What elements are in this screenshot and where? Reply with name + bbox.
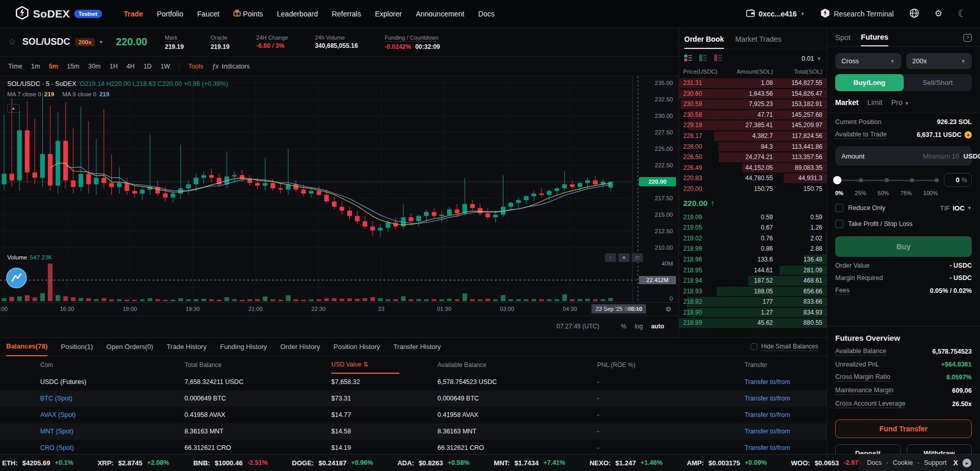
nav-item-trade[interactable]: Trade xyxy=(124,10,143,18)
tp-sl-checkbox[interactable] xyxy=(835,220,843,228)
transfer-link[interactable]: Transfer to/from xyxy=(745,444,826,451)
research-terminal-link[interactable]: Research Terminal xyxy=(820,8,893,20)
coin-name[interactable]: AVAX (Spot) xyxy=(40,411,184,418)
order-type-pro[interactable]: Pro ▼ xyxy=(891,98,909,107)
pane-move-up-icon[interactable]: ↑ xyxy=(605,253,616,262)
timeframe-4h[interactable]: 4H xyxy=(126,63,134,70)
bid-row[interactable]: 218.990.862.88 xyxy=(679,243,826,254)
tab-futures[interactable]: Futures xyxy=(861,33,888,46)
tab-transfer-history[interactable]: Transfer History xyxy=(394,338,441,356)
bid-row[interactable]: 218.94187.52468.61 xyxy=(679,275,826,286)
sell-short-button[interactable]: Sell/Short xyxy=(904,74,972,91)
tab-balances-78-[interactable]: Balances(78) xyxy=(6,338,47,356)
slider-knob[interactable] xyxy=(833,176,841,184)
timeframe-1h[interactable]: 1H xyxy=(109,63,117,70)
timeframe-time[interactable]: Time xyxy=(8,63,22,70)
wallet-address-button[interactable]: 0xcc...e416 ▼ xyxy=(746,9,805,19)
theme-moon-icon[interactable]: ☾ xyxy=(958,8,967,20)
timeframe-30m[interactable]: 30m xyxy=(88,63,100,70)
settings-gear-icon[interactable]: ⚙ xyxy=(935,9,942,18)
percent-value-box[interactable]: 0 % xyxy=(944,173,972,187)
tab-open-orders-0-[interactable]: Open Orders(0) xyxy=(106,338,153,356)
buy-long-button[interactable]: Buy/Long xyxy=(835,74,904,91)
footer-link-cookie[interactable]: Cookie xyxy=(893,459,913,466)
candlestick-chart[interactable]: 235.00232.50230.00227.50225.00222.50220.… xyxy=(0,76,679,337)
percent-scale-button[interactable]: % xyxy=(621,323,627,330)
tab-spot[interactable]: Spot xyxy=(835,33,851,46)
transfer-link[interactable]: Transfer to/from xyxy=(745,395,826,402)
nav-item-docs[interactable]: Docs xyxy=(478,10,495,18)
tick-size-select[interactable]: 0.01 ▼ xyxy=(802,55,821,62)
nav-item-referrals[interactable]: Referrals xyxy=(332,10,361,18)
bid-row[interactable]: 218.901.27834.93 xyxy=(679,307,826,318)
coin-name[interactable]: MNT (Spot) xyxy=(40,428,184,435)
time-axis[interactable]: 23 Sep '25 08:10 ⚙ :0016:3018:0019:3021:… xyxy=(0,303,679,316)
nav-item-points[interactable]: Points xyxy=(233,9,263,18)
col-header-usd-value[interactable]: USD Value ⇅ xyxy=(331,356,399,374)
tab-trade-history[interactable]: Trade History xyxy=(166,338,207,356)
ask-row[interactable]: 228.0084.3113,441.86 xyxy=(679,142,826,152)
nav-item-leaderboard[interactable]: Leaderboard xyxy=(277,10,318,18)
telegram-icon[interactable]: ▸ xyxy=(962,459,971,467)
bid-row[interactable]: 219.020.762.02 xyxy=(679,233,826,244)
pane-maximize-icon[interactable]: □ xyxy=(632,253,643,262)
timeframe-5m[interactable]: 5m xyxy=(49,63,58,70)
favorite-star-icon[interactable]: ☆ xyxy=(8,37,16,47)
transfer-link[interactable]: Transfer to/from xyxy=(745,428,826,435)
order-type-market[interactable]: Market xyxy=(835,98,858,107)
bid-row[interactable]: 218.95144.61281.09 xyxy=(679,265,826,276)
fund-transfer-button[interactable]: Fund Transfer xyxy=(835,420,972,438)
x-social-icon[interactable]: X xyxy=(953,459,958,467)
ask-row[interactable]: 220.00150.75150.75 xyxy=(679,184,826,195)
bid-row[interactable]: 218.96133.6136.48 xyxy=(679,254,826,265)
ask-row[interactable]: 231.311.08154,827.55 xyxy=(679,78,826,89)
ask-row[interactable]: 226.5024,274.21113,357.56 xyxy=(679,152,826,163)
transfer-link[interactable]: Transfer to/from xyxy=(745,411,826,418)
ob-tab-order-book[interactable]: Order Book xyxy=(684,35,724,49)
tab-funding-history[interactable]: Funding History xyxy=(220,338,267,356)
view-bids-icon[interactable] xyxy=(699,54,707,63)
timeframe-1m[interactable]: 1m xyxy=(31,63,40,70)
timeframe-15m[interactable]: 15m xyxy=(67,63,79,70)
bid-row[interactable]: 218.92177833.66 xyxy=(679,296,826,307)
mid-price-row[interactable]: 220.00 ↑ xyxy=(679,195,826,212)
ask-row[interactable]: 228.174,382.7117,824.56 xyxy=(679,131,826,142)
nav-item-faucet[interactable]: Faucet xyxy=(197,10,219,18)
language-globe-icon[interactable] xyxy=(909,8,919,20)
tab-order-history[interactable]: Order History xyxy=(280,338,320,356)
leverage-select[interactable]: 200x ▼ xyxy=(906,53,972,69)
axis-settings-gear-icon[interactable]: ⚙ xyxy=(665,305,671,313)
amount-input[interactable] xyxy=(869,152,959,160)
hide-small-checkbox[interactable] xyxy=(751,343,757,350)
transfer-link[interactable]: Transfer to/from xyxy=(745,378,826,386)
deposit-plus-icon[interactable]: + xyxy=(965,131,972,138)
ask-row[interactable]: 230.601,643.56154,826.47 xyxy=(679,89,826,99)
coin-name[interactable]: CRO (Spot) xyxy=(40,444,184,451)
ask-row[interactable]: 229.1927,385.41145,209.97 xyxy=(679,120,826,131)
pair-name[interactable]: SOL/USDC xyxy=(22,37,70,47)
bid-row[interactable]: 219.050.671.26 xyxy=(679,222,826,233)
order-type-limit[interactable]: Limit xyxy=(867,98,883,107)
view-both-icon[interactable] xyxy=(684,54,692,63)
log-scale-button[interactable]: log xyxy=(635,323,643,330)
hide-small-balances-toggle[interactable]: Hide Small Balances xyxy=(751,343,818,351)
amount-currency-select[interactable]: USDC ▼ xyxy=(964,152,980,160)
nav-item-announcement[interactable]: Announcement xyxy=(416,10,464,18)
reduce-only-checkbox[interactable] xyxy=(835,204,843,212)
tab-position-1-[interactable]: Position(1) xyxy=(61,338,93,356)
pane-close-icon[interactable]: ✕ xyxy=(618,253,630,262)
chart-canvas[interactable]: 235.00232.50230.00227.50225.00222.50220.… xyxy=(0,76,679,303)
ask-row[interactable]: 226.4944,152.0589,083.35 xyxy=(679,163,826,173)
pair-selector-caret-icon[interactable]: ▼ xyxy=(99,40,104,45)
ob-tab-market-trades[interactable]: Market Trades xyxy=(735,35,781,49)
guide-book-icon[interactable]: ? xyxy=(964,34,972,42)
tools-button[interactable]: Tools xyxy=(188,63,203,70)
margin-mode-select[interactable]: Cross ▼ xyxy=(835,53,901,69)
brand[interactable]: SoDEX Testnet xyxy=(15,6,102,21)
legend-collapse-button[interactable]: ▲ xyxy=(7,104,20,113)
amount-percent-slider[interactable] xyxy=(835,176,938,184)
indicators-button[interactable]: Indicators xyxy=(222,63,250,70)
bid-row[interactable]: 218.93188.05656.66 xyxy=(679,286,826,297)
chart-provider-logo[interactable] xyxy=(6,268,27,288)
ask-row[interactable]: 220.8344,780.5544,931.3 xyxy=(679,173,826,184)
